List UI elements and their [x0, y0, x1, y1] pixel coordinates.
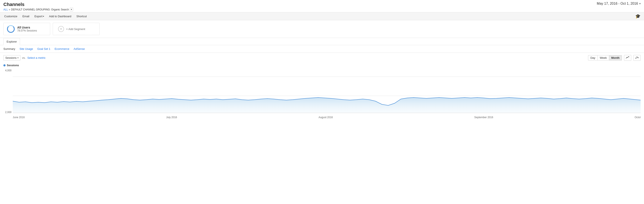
add-segment-button[interactable]: + + Add Segment — [53, 23, 100, 35]
y-label-4000: 4,000 — [4, 69, 12, 72]
date-range-arrow: ▾ — [639, 2, 640, 5]
email-button[interactable]: Email — [22, 14, 30, 18]
toolbar-right: 🎓 — [635, 14, 640, 19]
export-button[interactable]: Export ▾ — [34, 14, 45, 18]
scatter-chart-button[interactable] — [633, 55, 640, 61]
scatter-chart-icon — [635, 56, 639, 59]
metric-label: Sessions — [5, 56, 16, 59]
explorer-tab-bar: Explorer — [0, 38, 644, 45]
select-metric-link[interactable]: Select a metric — [27, 56, 46, 59]
page-container: Channels ALL » DEFAULT CHANNEL GROUPING:… — [0, 0, 644, 119]
customize-button[interactable]: Customize — [4, 14, 18, 18]
line-chart-icon — [626, 56, 629, 59]
add-segment-circle: + — [58, 26, 64, 32]
metric-selector[interactable]: Sessions ▾ — [4, 55, 20, 61]
y-axis: 4,000 2,000 — [4, 68, 13, 119]
chart-wrapper: June 2016 July 2016 August 2016 Septembe… — [13, 68, 640, 119]
segment-circle — [7, 25, 15, 33]
graduation-icon: 🎓 — [635, 14, 640, 19]
svg-point-2 — [638, 57, 638, 58]
chart-area: Sessions 4,000 2,000 — [0, 63, 644, 119]
toolbar: Customize Email Export ▾ Add to Dashboar… — [0, 12, 644, 20]
add-segment-label: + Add Segment — [66, 28, 85, 31]
export-arrow-icon: ▾ — [43, 15, 44, 18]
sub-nav-ecommerce[interactable]: Ecommerce — [55, 47, 69, 51]
segment-name: All Users — [17, 26, 37, 29]
breadcrumb-channel: DEFAULT CHANNEL GROUPING: Organic Search — [11, 8, 69, 11]
page-title: Channels — [4, 2, 73, 7]
header: Channels ALL » DEFAULT CHANNEL GROUPING:… — [0, 0, 644, 12]
date-range-text: May 17, 2016 - Oct 1, 2016 — [597, 2, 638, 6]
breadcrumb-all-link[interactable]: ALL — [4, 8, 8, 11]
segment-subtitle: 78.07% Sessions — [17, 29, 37, 32]
sub-nav: Summary Site Usage Goal Set 1 Ecommerce … — [0, 45, 644, 53]
chart-controls-left: Sessions ▾ vs. Select a metric — [4, 55, 46, 61]
chart-svg — [13, 68, 640, 115]
sub-nav-site-usage[interactable]: Site Usage — [20, 47, 33, 51]
add-to-dashboard-button[interactable]: Add to Dashboard — [48, 14, 72, 18]
line-chart-button[interactable] — [624, 55, 631, 61]
x-label-oct: Octol — [635, 116, 640, 119]
x-label-september: September 2016 — [474, 116, 493, 119]
chart-controls-right: Day Week Month — [588, 55, 640, 61]
x-axis: June 2016 July 2016 August 2016 Septembe… — [13, 115, 640, 119]
week-button[interactable]: Week — [598, 55, 609, 61]
sub-nav-goal-set[interactable]: Goal Set 1 — [37, 47, 50, 51]
time-button-group: Day Week Month — [588, 55, 622, 61]
x-label-june: June 2016 — [13, 116, 25, 119]
svg-point-1 — [636, 57, 638, 58]
month-button[interactable]: Month — [609, 55, 622, 61]
sub-nav-summary[interactable]: Summary — [4, 47, 15, 51]
x-label-july: July 2016 — [166, 116, 177, 119]
vs-label: vs. — [22, 56, 26, 59]
segments: All Users 78.07% Sessions + + Add Segmen… — [0, 20, 644, 38]
legend-dot — [4, 64, 6, 66]
x-label-august: August 2016 — [318, 116, 333, 119]
tab-explorer[interactable]: Explorer — [4, 38, 20, 45]
toolbar-left: Customize Email Export ▾ Add to Dashboar… — [4, 14, 88, 18]
svg-point-0 — [636, 58, 636, 59]
breadcrumb: ALL » DEFAULT CHANNEL GROUPING: Organic … — [4, 8, 73, 11]
y-label-2000: 2,000 — [4, 111, 12, 114]
breadcrumb-dropdown[interactable]: ▾ — [70, 8, 73, 11]
day-button[interactable]: Day — [588, 55, 598, 61]
date-range[interactable]: May 17, 2016 - Oct 1, 2016 ▾ — [597, 2, 640, 6]
breadcrumb-separator: » — [9, 8, 10, 11]
sub-nav-adsense[interactable]: AdSense — [74, 47, 85, 51]
chart-with-yaxis: 4,000 2,000 — [4, 68, 640, 119]
all-users-segment: All Users 78.07% Sessions — [4, 23, 50, 35]
metric-dropdown-arrow: ▾ — [18, 57, 18, 59]
chart-legend-label: Sessions — [7, 64, 19, 67]
shortcut-button[interactable]: Shortcut — [76, 14, 88, 18]
chart-controls: Sessions ▾ vs. Select a metric Day Week … — [0, 53, 644, 63]
